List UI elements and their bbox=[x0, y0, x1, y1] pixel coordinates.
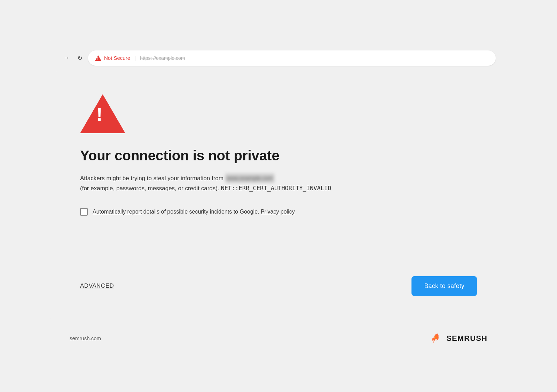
description-text-after: (for example, passwords, messages, or cr… bbox=[80, 185, 219, 192]
checkbox-label-middle: details of possible security incidents t… bbox=[143, 209, 261, 215]
browser-window: → ↻ Not Secure | https: //example.com Yo… bbox=[49, 39, 508, 320]
semrush-icon bbox=[428, 331, 444, 346]
security-warning-icon bbox=[95, 55, 101, 61]
large-warning-icon bbox=[80, 94, 125, 133]
auto-report-checkbox[interactable] bbox=[80, 208, 88, 216]
back-to-safety-button[interactable]: Back to safety bbox=[411, 276, 477, 296]
bottom-actions-row: ADVANCED Back to safety bbox=[80, 276, 477, 296]
footer-domain: semrush.com bbox=[70, 335, 101, 341]
checkbox-label: Automatically report details of possible… bbox=[93, 208, 295, 216]
refresh-button[interactable]: ↻ bbox=[75, 53, 85, 63]
error-description: Attackers might be trying to steal your … bbox=[80, 174, 393, 194]
automatically-report-link[interactable]: Automatically report bbox=[93, 209, 142, 215]
url-display: https: //example.com bbox=[140, 55, 185, 61]
footer: semrush.com SEMRUSH bbox=[49, 324, 508, 353]
error-code: NET::ERR_CERT_AUTHORITY_INVALID bbox=[221, 185, 331, 192]
privacy-policy-link[interactable]: Privacy policy bbox=[261, 209, 295, 215]
report-checkbox-row: Automatically report details of possible… bbox=[80, 208, 477, 216]
blurred-domain: www.example.com bbox=[225, 174, 274, 183]
advanced-link[interactable]: ADVANCED bbox=[80, 282, 114, 289]
address-bar[interactable]: Not Secure | https: //example.com bbox=[88, 50, 496, 66]
error-page-content: Your connection is not private Attackers… bbox=[56, 70, 501, 313]
separator: | bbox=[134, 55, 136, 61]
browser-chrome: → ↻ Not Secure | https: //example.com bbox=[56, 46, 501, 70]
back-button[interactable]: → bbox=[61, 53, 72, 63]
not-secure-label: Not Secure bbox=[104, 55, 130, 61]
page-heading: Your connection is not private bbox=[80, 147, 477, 164]
semrush-brand-name: SEMRUSH bbox=[446, 334, 487, 343]
description-text-before: Attackers might be trying to steal your … bbox=[80, 175, 223, 182]
semrush-logo: SEMRUSH bbox=[428, 331, 487, 346]
